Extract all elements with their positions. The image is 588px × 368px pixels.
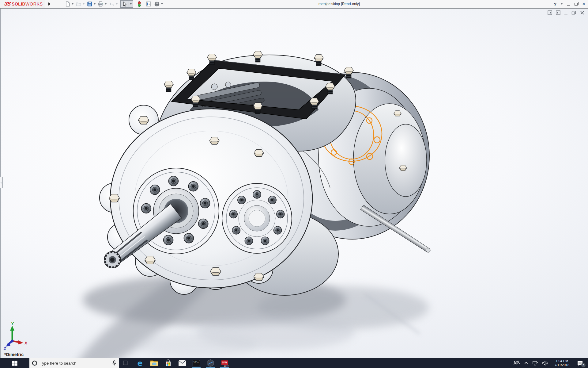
print-button[interactable] (97, 1, 104, 7)
graphics-area[interactable]: Y X Z *Dimetric (0, 8, 588, 358)
new-document-icon (65, 1, 70, 7)
document-window-controls (548, 10, 584, 15)
search-input[interactable] (40, 361, 110, 366)
undo-dropdown[interactable] (116, 3, 118, 5)
options-dropdown[interactable] (161, 3, 163, 5)
logo-text-light: WORKS (25, 2, 43, 6)
system-tray: 1:04 PM 7/11/2018 3 (511, 358, 588, 368)
task-view-icon (123, 360, 129, 366)
featuremanager-collapsed-tab[interactable] (0, 177, 3, 188)
file-properties-icon (146, 1, 151, 7)
doc-minimize-button[interactable] (564, 10, 568, 15)
mail-icon (178, 360, 186, 366)
minimize-button[interactable] (567, 5, 570, 6)
hidden-icons-button[interactable] (522, 358, 530, 368)
taskbar-app-file-explorer[interactable] (147, 358, 161, 368)
options-button[interactable] (153, 1, 161, 7)
expand-panel-right-button[interactable] (556, 10, 560, 15)
quick-access-toolbar (64, 0, 164, 8)
taskbar-app-mail[interactable] (175, 358, 189, 368)
network-button[interactable] (530, 358, 540, 368)
new-document-dropdown[interactable] (72, 3, 74, 5)
bearing-flange-right[interactable] (222, 183, 292, 253)
taskbar-search-box[interactable] (29, 358, 119, 368)
open-button[interactable] (75, 1, 82, 7)
clock-time: 1:04 PM (555, 359, 569, 363)
file-explorer-icon (150, 360, 158, 366)
collapse-panel-left-button[interactable] (548, 10, 552, 15)
help-dropdown[interactable] (561, 3, 563, 5)
triad-x-label: X (24, 341, 28, 345)
people-button[interactable] (511, 358, 522, 368)
taskbar-app-solidworks[interactable]: SW 2017 (217, 358, 232, 368)
doc-close-button[interactable] (580, 10, 584, 15)
window-controls: ? ✕ (554, 0, 586, 8)
solidworks-logo: ЗS SOLID WORKS (0, 0, 45, 8)
save-icon (87, 1, 92, 7)
undo-button[interactable] (108, 1, 115, 7)
taskbar-app-hexagon[interactable] (203, 358, 217, 368)
taskbar-app-command-prompt[interactable]: C:\_ (189, 358, 203, 368)
restore-button[interactable] (575, 3, 578, 6)
taskbar: e C:\_ (0, 358, 588, 368)
select-tool-group (120, 0, 133, 8)
network-icon (532, 361, 538, 366)
logo-text-bold: SOLID (12, 2, 25, 6)
select-cursor-icon (122, 2, 127, 7)
windows-logo-icon (12, 361, 17, 366)
menu-flyout-arrow-icon[interactable] (48, 2, 51, 6)
chevron-up-icon (524, 362, 528, 365)
store-icon (164, 359, 172, 367)
microphone-icon[interactable] (112, 360, 116, 366)
save-dropdown[interactable] (94, 3, 96, 5)
file-properties-button[interactable] (145, 1, 152, 7)
gear-icon (154, 1, 160, 7)
rebuild-traffic-light-icon (137, 1, 141, 7)
print-icon (98, 1, 104, 7)
volume-button[interactable] (540, 358, 550, 368)
help-button[interactable]: ? (554, 2, 556, 7)
task-view-button[interactable] (119, 358, 133, 368)
open-dropdown[interactable] (83, 3, 85, 5)
save-button[interactable] (86, 1, 93, 7)
command-prompt-icon: C:\_ (193, 360, 200, 366)
close-button[interactable]: ✕ (582, 2, 586, 6)
undo-icon (109, 1, 115, 7)
select-dropdown[interactable] (129, 0, 133, 8)
taskbar-app-edge[interactable]: e (133, 358, 147, 368)
print-dropdown[interactable] (105, 3, 107, 5)
taskbar-clock[interactable]: 1:04 PM 7/11/2018 (550, 358, 574, 368)
open-icon (76, 1, 81, 7)
rebuild-button[interactable] (136, 1, 143, 7)
speaker-icon (542, 361, 548, 366)
view-orientation-label: *Dimetric (4, 352, 24, 357)
action-center-button[interactable]: 3 (574, 358, 586, 368)
model-3d-view[interactable] (0, 9, 588, 359)
logo-mark: ЗS (4, 1, 11, 7)
cortana-icon (32, 360, 37, 366)
new-document-button[interactable] (64, 1, 71, 7)
triad-z-label: Z (3, 346, 6, 350)
edge-icon: e (138, 359, 143, 367)
taskbar-app-store[interactable] (161, 358, 175, 368)
people-icon (513, 360, 520, 366)
select-button[interactable] (121, 2, 129, 7)
splitter-dot-icon (1, 182, 2, 183)
title-bar: ЗS SOLID WORKS (0, 0, 588, 8)
hexagon-app-icon (206, 359, 214, 367)
solidworks-icon: SW 2017 (221, 359, 229, 367)
triad-y-label: Y (11, 322, 14, 326)
orientation-triad: Y X Z (2, 322, 32, 350)
clock-date: 7/11/2018 (555, 363, 569, 367)
notification-count-badge: 3 (581, 363, 586, 367)
start-button[interactable] (0, 358, 29, 368)
taskbar-empty-space (232, 358, 511, 368)
window-title: menjac sklop [Read-only] (318, 0, 360, 8)
doc-restore-button[interactable] (571, 10, 576, 15)
